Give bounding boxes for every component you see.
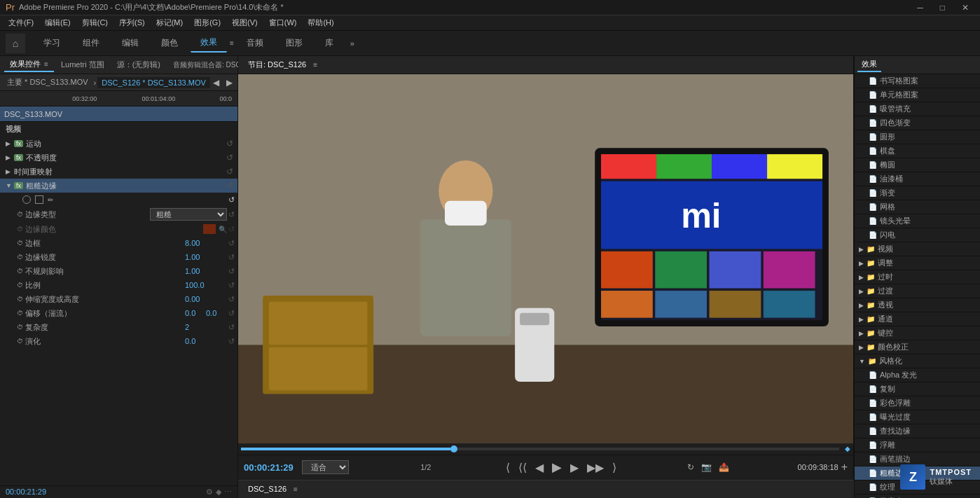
stopwatch-stretch[interactable]: ⏱ bbox=[17, 296, 25, 303]
ctrl-step-fwd[interactable]: ▶ bbox=[567, 459, 581, 476]
clip-nav-prev[interactable]: ◀ bbox=[210, 78, 222, 88]
nav-tab-assembly[interactable]: 组件 bbox=[73, 34, 109, 52]
effects-lib-tab[interactable]: 效果 bbox=[857, 57, 881, 72]
effects-item-10[interactable]: 📄 镜头光晕 bbox=[855, 214, 980, 228]
menu-edit[interactable]: 编辑(E) bbox=[39, 16, 76, 29]
edge-color-reset[interactable]: ↺ bbox=[228, 225, 235, 234]
monitor-timecode[interactable]: 00:00:21:29 bbox=[244, 462, 294, 473]
stopwatch-sharpness[interactable]: ⏱ bbox=[17, 254, 25, 261]
offset-value2[interactable]: 0.0 bbox=[206, 309, 227, 317]
monitor-add-button[interactable]: + bbox=[841, 461, 848, 473]
filter-icon[interactable]: ⚙ bbox=[206, 487, 213, 497]
effects-item-6[interactable]: 📄 椭圆 bbox=[855, 158, 980, 172]
stopwatch-scale[interactable]: ⏱ bbox=[17, 282, 25, 289]
sharpness-reset[interactable]: ↺ bbox=[228, 253, 235, 262]
effects-item-mosaic[interactable]: 📄 马赛克 bbox=[855, 494, 980, 498]
edge-type-reset[interactable]: ↺ bbox=[228, 210, 235, 219]
scale-reset[interactable]: ↺ bbox=[228, 281, 235, 290]
effects-item-replicate[interactable]: 📄 复制 bbox=[855, 382, 980, 396]
effects-item-7[interactable]: 📄 油漆桶 bbox=[855, 172, 980, 186]
effects-cat-perspective[interactable]: ▶ 📁 透视 bbox=[855, 298, 980, 312]
effects-cat-transition[interactable]: ▶ 📁 过渡 bbox=[855, 284, 980, 298]
monitor-tab-program[interactable]: 节目: DSC_S126 bbox=[242, 58, 312, 71]
stopwatch-irregular[interactable]: ⏱ bbox=[17, 268, 25, 275]
ctrl-play[interactable]: ▶ bbox=[549, 458, 565, 476]
effects-item-4[interactable]: 📄 圆形 bbox=[855, 130, 980, 144]
nav-more-button[interactable]: » bbox=[346, 36, 359, 50]
effects-item-0[interactable]: 📄 书写格图案 bbox=[855, 74, 980, 88]
effects-cat-keying[interactable]: ▶ 📁 键控 bbox=[855, 326, 980, 340]
ctrl-step-back[interactable]: ◀ bbox=[532, 459, 546, 476]
irregular-value[interactable]: 1.00 bbox=[185, 267, 227, 275]
timeline-tab[interactable]: DSC_S126 bbox=[242, 483, 292, 494]
edge-color-swatch[interactable] bbox=[203, 224, 216, 234]
offset-reset[interactable]: ↺ bbox=[228, 309, 235, 318]
effects-cat-video[interactable]: ▶ 📁 视频 bbox=[855, 242, 980, 256]
square-shape-icon[interactable] bbox=[35, 195, 43, 204]
effects-cat-obsolete[interactable]: ▶ 📁 过时 bbox=[855, 270, 980, 284]
complexity-reset[interactable]: ↺ bbox=[228, 323, 235, 332]
effects-cat-channel[interactable]: ▶ 📁 通道 bbox=[855, 312, 980, 326]
stopwatch-evolution[interactable]: ⏱ bbox=[17, 338, 25, 345]
effects-item-color-emboss[interactable]: 📄 彩色浮雕 bbox=[855, 396, 980, 410]
stretch-reset[interactable]: ↺ bbox=[228, 295, 235, 304]
effects-item-3[interactable]: 📄 四色渐变 bbox=[855, 116, 980, 130]
menu-window[interactable]: 窗口(W) bbox=[263, 16, 303, 29]
ctrl-step-fwd5[interactable]: ▶▶ bbox=[584, 459, 607, 476]
circle-shape-icon[interactable] bbox=[22, 195, 31, 204]
border-value[interactable]: 8.00 bbox=[185, 239, 227, 247]
maximize-button[interactable]: □ bbox=[934, 3, 951, 13]
nav-tab-edit[interactable]: 编辑 bbox=[112, 34, 149, 52]
time-remap-reset[interactable]: ↺ bbox=[225, 167, 235, 177]
eyedropper-icon[interactable]: 🔍 bbox=[219, 226, 227, 233]
monitor-scrubber[interactable]: ◆ bbox=[238, 443, 853, 455]
dots-icon[interactable]: ⋯ bbox=[224, 487, 232, 497]
effects-item-5[interactable]: 📄 棋盘 bbox=[855, 144, 980, 158]
menu-marker[interactable]: 标记(M) bbox=[151, 16, 189, 29]
monitor-tab-menu-icon[interactable]: ≡ bbox=[313, 61, 317, 69]
edge-type-dropdown[interactable]: 粗糙 bbox=[150, 208, 227, 221]
complexity-value[interactable]: 2 bbox=[185, 323, 227, 331]
ctrl-step-back5[interactable]: ⟨⟨ bbox=[516, 459, 530, 476]
effects-item-8[interactable]: 📄 渐变 bbox=[855, 186, 980, 200]
stopwatch-complexity[interactable]: ⏱ bbox=[17, 324, 25, 331]
offset-value1[interactable]: 0.0 bbox=[185, 309, 206, 317]
effect-opacity[interactable]: ▶ fx 不透明度 ↺ bbox=[0, 151, 237, 165]
minimize-button[interactable]: ─ bbox=[911, 3, 929, 13]
tab-lumetri-scope[interactable]: Lumetri 范围 bbox=[55, 58, 110, 71]
menu-file[interactable]: 文件(F) bbox=[3, 16, 39, 29]
stopwatch-edge-type[interactable]: ⏱ bbox=[17, 211, 25, 218]
nav-tab-library[interactable]: 库 bbox=[315, 34, 343, 52]
ctrl-loop[interactable]: ↻ bbox=[685, 461, 696, 473]
stretch-value[interactable]: 0.00 bbox=[185, 295, 227, 303]
effect-time-remap[interactable]: ▶ 时间重映射 ↺ bbox=[0, 165, 237, 179]
menu-clip[interactable]: 剪辑(C) bbox=[76, 16, 113, 29]
stopwatch-offset[interactable]: ⏱ bbox=[17, 310, 25, 317]
ctrl-go-out[interactable]: ⟩ bbox=[609, 459, 619, 476]
effects-item-1[interactable]: 📄 单元格图案 bbox=[855, 88, 980, 102]
motion-reset[interactable]: ↺ bbox=[225, 139, 235, 148]
shape-row-reset[interactable]: ↺ bbox=[228, 195, 235, 205]
effects-item-find-edges[interactable]: 📄 查找边缘 bbox=[855, 424, 980, 438]
effects-cat-adjust[interactable]: ▶ 📁 调整 bbox=[855, 256, 980, 270]
clip-nav-next[interactable]: ▶ bbox=[223, 78, 235, 88]
ctrl-export-frame[interactable]: 📤 bbox=[717, 461, 731, 473]
sharpness-value[interactable]: 1.00 bbox=[185, 253, 227, 261]
effects-item-emboss[interactable]: 📄 浮雕 bbox=[855, 438, 980, 452]
tab-effects-controls[interactable]: 效果控件 ≡ bbox=[4, 57, 54, 72]
close-button[interactable]: ✕ bbox=[956, 3, 974, 13]
nav-tab-graphics[interactable]: 图形 bbox=[276, 34, 312, 52]
menu-view[interactable]: 视图(V) bbox=[226, 16, 263, 29]
stopwatch-border[interactable]: ⏱ bbox=[17, 240, 25, 247]
nav-tab-color[interactable]: 颜色 bbox=[151, 34, 188, 52]
ctrl-go-in[interactable]: ⟨ bbox=[503, 459, 513, 476]
effect-motion[interactable]: ▶ fx 运动 ↺ bbox=[0, 137, 237, 151]
effects-item-solarize[interactable]: 📄 曝光过度 bbox=[855, 410, 980, 424]
settings-icon[interactable]: ◆ bbox=[216, 487, 221, 497]
clip-tab-main[interactable]: 主要 * DSC_S133.MOV bbox=[3, 76, 92, 89]
evolution-reset[interactable]: ↺ bbox=[228, 337, 235, 346]
effects-item-2[interactable]: 📄 吸管填充 bbox=[855, 102, 980, 116]
opacity-reset[interactable]: ↺ bbox=[225, 153, 235, 162]
menu-sequence[interactable]: 序列(S) bbox=[113, 16, 151, 29]
effects-cat-color-correct[interactable]: ▶ 📁 颜色校正 bbox=[855, 340, 980, 354]
